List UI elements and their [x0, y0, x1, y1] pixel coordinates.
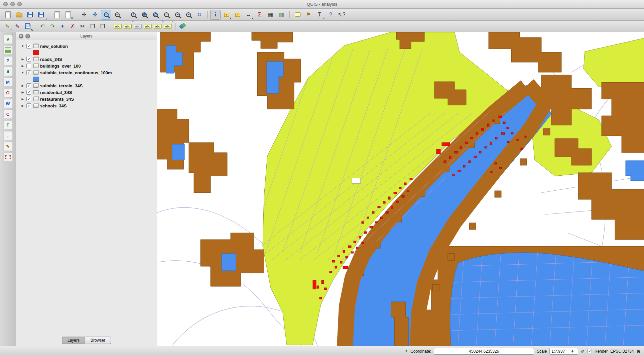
add-postgis-layer-button[interactable]: P: [3, 56, 13, 65]
add-wms-layer-button[interactable]: W: [3, 99, 13, 108]
layer-checkbox[interactable]: ✓: [26, 44, 31, 49]
symbology-row[interactable]: [21, 76, 157, 82]
add-wcs-layer-button[interactable]: C: [3, 110, 13, 119]
map-tips-button[interactable]: [292, 10, 303, 20]
identify-features-button[interactable]: ℹ: [210, 10, 221, 20]
spin-down-icon[interactable]: [571, 351, 573, 353]
help-button[interactable]: ?: [326, 10, 336, 20]
zoom-to-selection-button[interactable]: ▢: [150, 10, 160, 20]
new-shapefile-layer-button[interactable]: ✎: [3, 142, 13, 151]
zoom-next-button[interactable]: ▸: [183, 10, 194, 20]
layer-row-roads[interactable]: ▶ ✓ roads_34S: [21, 56, 157, 63]
layer-checkbox[interactable]: [26, 64, 31, 68]
zoom-in-button[interactable]: +: [101, 10, 111, 20]
select-features-button[interactable]: ▸▾: [221, 10, 232, 20]
dropdown-icon[interactable]: ▾: [10, 28, 12, 31]
layer-checkbox[interactable]: ✓: [26, 90, 31, 95]
deselect-all-button[interactable]: [3, 153, 13, 162]
copy-features-button[interactable]: ❐: [88, 22, 97, 31]
save-edits-button[interactable]: ✎: [23, 22, 32, 31]
undo-edits-button[interactable]: ↶: [38, 22, 47, 31]
layer-label[interactable]: suitable_terrain_34S: [40, 83, 83, 88]
expand-arrow-icon[interactable]: ▼: [21, 44, 25, 48]
spin-up-icon[interactable]: [571, 350, 573, 351]
new-print-composer-button[interactable]: [52, 10, 62, 20]
refresh-map-button[interactable]: ↻: [194, 10, 205, 20]
save-project-button[interactable]: [25, 10, 35, 20]
processing-toolbox-button[interactable]: [178, 22, 187, 31]
new-project-button[interactable]: [3, 10, 13, 20]
pan-to-selection-button[interactable]: ✜: [90, 10, 100, 20]
layer-checkbox[interactable]: ✓: [26, 57, 31, 62]
redo-edits-button[interactable]: ↷: [48, 22, 57, 31]
layer-row-new-solution[interactable]: ▼ ✓ new_solution: [21, 43, 157, 50]
change-label-button[interactable]: abc✎: [163, 22, 172, 31]
dropdown-icon[interactable]: ▾: [230, 17, 231, 20]
layer-label[interactable]: restaurants_34S: [40, 97, 74, 102]
node-tool-button[interactable]: ✦: [58, 22, 67, 31]
field-calculator-button[interactable]: Σ: [254, 10, 265, 20]
dropdown-icon[interactable]: ▾: [323, 17, 325, 20]
coordinate-capture-icon[interactable]: ⌖: [405, 348, 408, 354]
stop-rendering-icon[interactable]: ✐: [581, 349, 585, 354]
scale-spinner[interactable]: [565, 348, 578, 354]
layer-row-buildings-over-100[interactable]: ▶ buildings_over_100: [21, 63, 157, 69]
layer-label[interactable]: roads_34S: [40, 57, 62, 62]
pan-map-button[interactable]: ✛: [79, 10, 89, 20]
layer-row-suitable-terrain[interactable]: ▶ ✓ suitable_terrain_34S: [21, 82, 157, 89]
layer-label[interactable]: residential_34S: [40, 90, 72, 95]
expand-arrow-icon[interactable]: ▶: [21, 104, 25, 107]
zoom-last-button[interactable]: ◂: [172, 10, 182, 20]
composer-manager-button[interactable]: ≡: [63, 10, 73, 20]
crs-status-icon[interactable]: ⊕: [636, 348, 641, 354]
measure-button[interactable]: ↔▾: [243, 10, 254, 20]
zoom-to-layer-button[interactable]: ≡: [161, 10, 171, 20]
zoom-full-extent-button[interactable]: ▣: [139, 10, 149, 20]
add-vector-layer-button[interactable]: V+: [3, 35, 13, 44]
close-window-button[interactable]: [3, 2, 8, 6]
layer-label[interactable]: suitable_terrain_continuous_100m: [40, 70, 112, 75]
symbology-row[interactable]: [21, 50, 157, 56]
expand-arrow-icon[interactable]: ▶: [21, 97, 25, 101]
minimize-window-button[interactable]: [10, 2, 15, 6]
add-raster-layer-button[interactable]: [3, 46, 13, 55]
add-delimited-text-layer-button[interactable]: ,: [3, 131, 13, 140]
add-spatialite-layer-button[interactable]: S: [3, 67, 13, 76]
statistics-button[interactable]: ▥: [276, 10, 287, 20]
paste-features-button[interactable]: ❒: [98, 22, 107, 31]
layer-checkbox[interactable]: ✓: [26, 70, 31, 75]
cut-features-button[interactable]: ✂: [78, 22, 87, 31]
tab-layers[interactable]: Layers: [62, 337, 85, 344]
attribute-table-button[interactable]: ▦: [265, 10, 276, 20]
expand-arrow-icon[interactable]: ▶: [21, 91, 25, 94]
layer-checkbox[interactable]: ✓: [26, 83, 31, 88]
zoom-out-button[interactable]: −: [112, 10, 122, 20]
add-wfs-layer-button[interactable]: F: [3, 120, 13, 129]
labeling-button[interactable]: abc: [113, 22, 122, 31]
panel-float-button[interactable]: ◻: [25, 34, 30, 38]
save-project-as-button[interactable]: +: [36, 10, 46, 20]
layer-label[interactable]: new_solution: [40, 44, 68, 49]
new-bookmark-button[interactable]: ⚑: [303, 10, 314, 20]
pin-labels-button[interactable]: abc+: [123, 22, 132, 31]
open-project-button[interactable]: [14, 10, 24, 20]
layer-row-suitable-terrain-continuous[interactable]: ▼ ✓ suitable_terrain_continuous_100m: [21, 69, 157, 76]
whats-this-button[interactable]: ↖?: [337, 10, 347, 20]
scale-combobox[interactable]: 1:7,937: [549, 348, 578, 355]
layer-row-residential[interactable]: ▶ ✓ residential_34S: [21, 89, 157, 96]
delete-selected-button[interactable]: ✗: [68, 22, 77, 31]
coordinate-input[interactable]: [434, 348, 534, 355]
render-checkbox[interactable]: ✓: [588, 349, 592, 353]
rotate-label-button[interactable]: abc↻: [153, 22, 162, 31]
zoom-window-button[interactable]: [17, 2, 22, 6]
expand-arrow-icon[interactable]: ▶: [21, 64, 25, 68]
layer-label[interactable]: buildings_over_100: [40, 64, 81, 69]
show-hidden-labels-button[interactable]: abc: [133, 22, 142, 31]
current-edits-button[interactable]: ✎▾: [3, 22, 12, 31]
move-label-button[interactable]: abc↔: [143, 22, 152, 31]
panel-close-button[interactable]: ✕: [19, 34, 23, 38]
dropdown-icon[interactable]: ▾: [252, 17, 253, 20]
layer-row-restaurants[interactable]: ▶ ✓ restaurants_34S: [21, 96, 157, 102]
map-canvas[interactable]: [157, 32, 644, 346]
text-annotation-button[interactable]: T▾: [314, 10, 325, 20]
